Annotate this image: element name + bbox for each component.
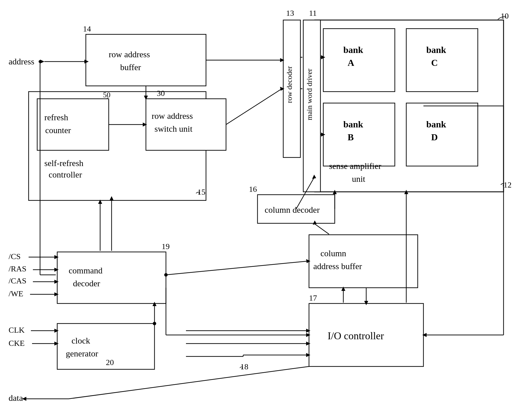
svg-text:10: 10 [501, 11, 509, 20]
svg-text:self-refresh: self-refresh [44, 158, 84, 168]
svg-text:/CS: /CS [9, 252, 21, 261]
svg-text:D: D [431, 132, 438, 142]
svg-text:switch unit: switch unit [154, 124, 193, 133]
svg-text:14: 14 [83, 24, 91, 33]
svg-text:column decoder: column decoder [265, 205, 320, 214]
svg-text:generator: generator [66, 349, 98, 358]
svg-text:/RAS: /RAS [9, 264, 26, 273]
svg-point-106 [164, 273, 168, 277]
svg-rect-9 [323, 103, 395, 166]
svg-text:clock: clock [72, 336, 90, 345]
svg-text:address buffer: address buffer [313, 261, 362, 271]
svg-text:bank: bank [426, 119, 446, 129]
svg-text:16: 16 [249, 185, 257, 194]
svg-text:main word driver: main word driver [305, 68, 314, 120]
svg-text:19: 19 [162, 242, 170, 251]
svg-text:bank: bank [343, 119, 363, 129]
svg-text:13: 13 [286, 9, 294, 17]
svg-text:data: data [9, 393, 23, 403]
svg-text:sense amplifier: sense amplifier [329, 161, 381, 171]
svg-rect-47 [57, 252, 166, 303]
svg-text:11: 11 [309, 9, 317, 17]
svg-rect-33 [37, 99, 109, 150]
svg-text:17: 17 [309, 293, 317, 302]
svg-text:bank: bank [426, 45, 446, 55]
svg-text:refresh: refresh [44, 113, 68, 122]
svg-text:unit: unit [352, 174, 365, 184]
svg-rect-6 [406, 29, 478, 92]
svg-text:CLK: CLK [9, 326, 25, 334]
svg-text:row decoder: row decoder [285, 66, 294, 103]
svg-text:/WE: /WE [9, 289, 23, 298]
svg-text:12: 12 [504, 180, 512, 189]
svg-text:B: B [348, 132, 354, 142]
svg-text:CKE: CKE [9, 339, 25, 348]
svg-text:decoder: decoder [73, 279, 100, 288]
svg-text:C: C [431, 58, 438, 68]
svg-rect-25 [86, 34, 206, 86]
svg-text:/CAS: /CAS [9, 276, 26, 285]
svg-text:bank: bank [343, 45, 363, 55]
svg-text:command: command [69, 266, 102, 275]
svg-text:50: 50 [103, 91, 110, 99]
svg-text:20: 20 [106, 358, 114, 367]
svg-text:controller: controller [49, 170, 82, 179]
svg-point-122 [153, 322, 156, 325]
svg-rect-3 [323, 29, 395, 92]
svg-text:counter: counter [45, 125, 71, 135]
svg-text:30: 30 [157, 89, 165, 98]
svg-text:I/O controller: I/O controller [328, 330, 384, 342]
svg-text:column: column [320, 249, 346, 258]
svg-text:A: A [348, 58, 354, 68]
svg-text:row address: row address [152, 111, 193, 121]
diagram-container: 10 bank A bank C bank B bank D sense amp… [0, 0, 525, 420]
svg-text:address: address [9, 57, 34, 66]
svg-text:buffer: buffer [120, 62, 141, 72]
svg-text:row address: row address [109, 50, 150, 59]
svg-rect-12 [406, 103, 478, 166]
